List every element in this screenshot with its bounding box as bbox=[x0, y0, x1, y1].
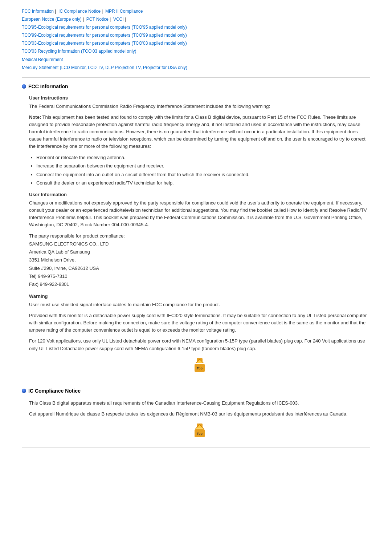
fcc-divider bbox=[22, 382, 370, 382]
svg-text:Top: Top bbox=[197, 432, 203, 436]
fcc-section-header: FCC Information bbox=[22, 84, 370, 89]
sep2: | bbox=[102, 8, 103, 14]
fcc-measures-list: Reorient or relocate the receiving anten… bbox=[29, 154, 370, 187]
nav-medical[interactable]: Medical Requirement bbox=[22, 57, 63, 62]
top-divider bbox=[22, 77, 370, 78]
ic-para2: Cet appareil Numérique de classe B respe… bbox=[29, 410, 370, 418]
sep5: | bbox=[125, 16, 126, 22]
measure-2: Increase the separation between the equi… bbox=[36, 162, 370, 170]
ic-divider bbox=[22, 447, 370, 447]
note-body: This equipment has been tested and found… bbox=[29, 114, 366, 149]
ic-section-content: This Class B digital apparatus meets all… bbox=[22, 400, 370, 440]
navigation-links: FCC Information| IC Compliance Notice| M… bbox=[22, 7, 370, 72]
ic-top-button[interactable]: Top bbox=[192, 423, 208, 440]
warning-para3: For 120 Volt applications, use only UL L… bbox=[29, 337, 370, 352]
address-line-5: Fax) 949-922-8301 bbox=[29, 281, 69, 287]
nav-mpr[interactable]: MPR II Compliance bbox=[105, 9, 143, 14]
measure-4: Consult the dealer or an experienced rad… bbox=[36, 179, 370, 187]
nav-fcc[interactable]: FCC Information bbox=[22, 9, 54, 14]
address-line-1: America QA Lab of Samsung bbox=[29, 249, 90, 255]
sep1: | bbox=[55, 8, 56, 14]
nav-mercury[interactable]: Mercury Statement (LCD Monitor, LCD TV, … bbox=[22, 65, 187, 70]
fcc-section: FCC Information User Instructions The Fe… bbox=[22, 84, 370, 374]
nav-tco99[interactable]: TCO'99-Ecological requirements for perso… bbox=[22, 33, 187, 38]
nav-ic[interactable]: IC Compliance Notice bbox=[58, 9, 101, 14]
fcc-note: Note: This equipment has been tested and… bbox=[29, 114, 370, 150]
user-instructions-intro: The Federal Communications Commission Ra… bbox=[29, 103, 370, 110]
fcc-dot-icon bbox=[22, 84, 26, 89]
company-name: SAMSUNG ELECTRONICS CO., LTD bbox=[29, 241, 109, 247]
fcc-top-button[interactable]: Top bbox=[192, 357, 208, 374]
svg-text:Top: Top bbox=[197, 366, 203, 370]
measure-1: Reorient or relocate the receiving anten… bbox=[36, 154, 370, 161]
ic-section-header: IC Compliance Notice bbox=[22, 388, 370, 394]
sep3: | bbox=[83, 16, 84, 22]
nav-pct[interactable]: PCT Notice bbox=[86, 17, 109, 22]
warning-para2: Provided with this monitor is a detachab… bbox=[29, 312, 370, 334]
fcc-top-button-container: Top bbox=[29, 357, 370, 374]
measure-3: Connect the equipment into an outlet on … bbox=[36, 171, 370, 178]
ic-para1: This Class B digital apparatus meets all… bbox=[29, 400, 370, 407]
ic-top-arrow-icon: Top bbox=[192, 423, 208, 439]
ic-section: IC Compliance Notice This Class B digita… bbox=[22, 388, 370, 440]
nav-eu[interactable]: European Notice (Europe only) bbox=[22, 17, 82, 22]
address-line-2: 3351 Michelson Drive, bbox=[29, 257, 76, 263]
warning-heading: Warning bbox=[29, 293, 370, 299]
ic-top-button-container: Top bbox=[29, 423, 370, 440]
user-instructions-heading: User Instructions bbox=[29, 95, 370, 101]
nav-vcci[interactable]: VCCI bbox=[113, 17, 124, 22]
address-line-3: Suite #290, Irvine, CA92612 USA bbox=[29, 266, 99, 271]
user-information-heading: User Information bbox=[29, 192, 370, 197]
fcc-section-content: User Instructions The Federal Communicat… bbox=[22, 95, 370, 374]
address-block: The party responsible for product compli… bbox=[29, 232, 370, 288]
address-line-4: Tel) 949-975-7310 bbox=[29, 274, 68, 279]
sep4: | bbox=[110, 16, 111, 22]
nav-tco03r[interactable]: TCO'03 Recycling Information (TCO'03 app… bbox=[22, 49, 136, 54]
ic-section-title: IC Compliance Notice bbox=[28, 388, 81, 394]
ic-dot-icon bbox=[22, 389, 26, 393]
note-prefix: Note: bbox=[29, 114, 41, 120]
user-information-para1: Changes or modifications not expressly a… bbox=[29, 199, 370, 229]
fcc-section-title: FCC Information bbox=[28, 84, 68, 89]
nav-tco03[interactable]: TCO'03-Ecological requirements for perso… bbox=[22, 41, 187, 46]
nav-tco95[interactable]: TCO'95-Ecological requirements for perso… bbox=[22, 25, 187, 30]
top-arrow-icon: Top bbox=[192, 357, 208, 373]
warning-para1: User must use shielded signal interface … bbox=[29, 301, 370, 308]
party-label: The party responsible for product compli… bbox=[29, 233, 125, 239]
